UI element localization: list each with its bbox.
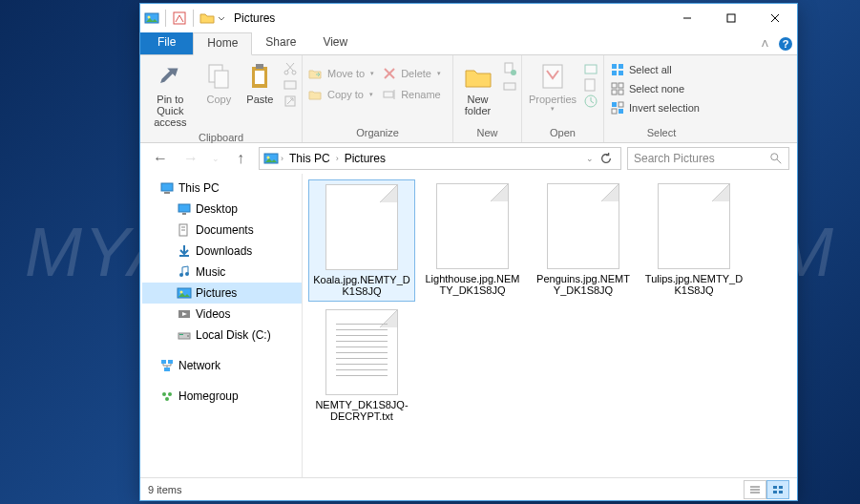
file-item[interactable]: Koala.jpg.NEMTY_DK1S8JQ xyxy=(308,179,415,302)
tree-this-pc[interactable]: This PC xyxy=(142,178,302,199)
file-name: Penguins.jpg.NEMTY_DK1S8JQ xyxy=(534,273,633,296)
search-icon xyxy=(769,152,783,165)
copy-button[interactable]: Copy xyxy=(200,59,238,107)
svg-point-14 xyxy=(284,71,288,74)
copy-to-icon xyxy=(308,87,324,102)
address-box[interactable]: › This PC › Pictures ⌄ xyxy=(259,147,621,170)
copy-path-icon[interactable] xyxy=(283,77,298,93)
select-none-button[interactable]: Select none xyxy=(608,80,702,97)
copy-to-button[interactable]: Copy to▾ xyxy=(306,86,376,103)
invert-icon xyxy=(610,100,625,116)
cut-icon[interactable] xyxy=(283,61,298,76)
copy-icon xyxy=(203,61,234,92)
tree-homegroup[interactable]: Homegroup xyxy=(142,386,302,407)
crumb-this-pc[interactable]: This PC xyxy=(285,152,334,165)
tab-view[interactable]: View xyxy=(309,32,361,54)
qat-properties-icon[interactable] xyxy=(172,10,187,26)
easy-access-icon[interactable] xyxy=(502,77,517,93)
minimize-button[interactable] xyxy=(665,4,709,32)
file-name: NEMTY_DK1S8JQ-DECRYPT.txt xyxy=(312,399,411,422)
up-button[interactable]: ↑ xyxy=(228,147,253,170)
status-bar: 9 items xyxy=(140,477,797,500)
svg-rect-35 xyxy=(612,83,617,88)
search-input[interactable]: Search Pictures xyxy=(627,147,789,170)
tab-share[interactable]: Share xyxy=(252,32,309,54)
tree-network[interactable]: Network xyxy=(142,355,302,376)
back-button[interactable]: ← xyxy=(148,147,173,170)
pin-icon xyxy=(155,61,185,92)
svg-point-1 xyxy=(148,16,151,19)
group-organize-label: Organize xyxy=(306,125,449,140)
tree-music[interactable]: Music xyxy=(142,262,302,283)
svg-rect-49 xyxy=(178,204,190,212)
move-to-button[interactable]: Move to▾ xyxy=(306,65,376,82)
videos-icon xyxy=(177,306,192,322)
file-thumbnail xyxy=(325,309,398,395)
nav-pane[interactable]: This PC Desktop Documents Downloads Musi… xyxy=(140,174,303,477)
svg-rect-26 xyxy=(504,83,515,90)
view-details-button[interactable] xyxy=(744,480,766,499)
tree-pictures[interactable]: Pictures xyxy=(142,283,302,304)
paste-button[interactable]: Paste xyxy=(241,59,279,107)
address-dropdown-icon[interactable]: ⌄ xyxy=(586,154,594,163)
invert-selection-button[interactable]: Invert selection xyxy=(608,99,702,116)
tree-local-disk[interactable]: Local Disk (C:) xyxy=(142,325,302,346)
tree-documents[interactable]: Documents xyxy=(142,220,302,241)
tab-file[interactable]: File xyxy=(140,32,193,54)
svg-rect-75 xyxy=(773,486,777,489)
file-item[interactable]: NEMTY_DK1S8JQ-DECRYPT.txt xyxy=(308,305,415,426)
tree-videos[interactable]: Videos xyxy=(142,304,302,325)
tree-downloads[interactable]: Downloads xyxy=(142,241,302,262)
file-thumbnail xyxy=(658,183,730,269)
help-icon[interactable]: ? xyxy=(774,32,797,54)
music-icon xyxy=(177,264,192,280)
file-item[interactable]: Lighthouse.jpg.NEMTY_DK1S8JQ xyxy=(419,179,526,302)
rename-icon xyxy=(382,87,397,102)
svg-rect-60 xyxy=(179,334,183,335)
svg-rect-33 xyxy=(612,71,617,75)
edit-icon[interactable] xyxy=(583,77,598,93)
paste-shortcut-icon[interactable] xyxy=(283,94,298,109)
open-icon[interactable] xyxy=(583,61,598,76)
qat-dropdown-icon[interactable] xyxy=(217,10,226,26)
forward-button[interactable]: → xyxy=(178,147,203,170)
svg-rect-27 xyxy=(543,65,562,88)
file-item[interactable]: Penguins.jpg.NEMTY_DK1S8JQ xyxy=(530,179,637,302)
qat-folder-icon[interactable] xyxy=(199,10,215,26)
new-folder-icon xyxy=(463,61,493,92)
svg-rect-63 xyxy=(168,360,173,364)
svg-text:?: ? xyxy=(783,38,789,50)
select-all-icon xyxy=(610,62,625,77)
recent-dropdown[interactable]: ⌄ xyxy=(209,147,222,170)
select-all-button[interactable]: Select all xyxy=(608,61,702,78)
pictures-crumb-icon xyxy=(263,151,279,166)
file-name: Koala.jpg.NEMTY_DK1S8JQ xyxy=(313,274,410,297)
svg-rect-77 xyxy=(773,491,777,494)
tree-desktop[interactable]: Desktop xyxy=(142,199,302,220)
tab-home[interactable]: Home xyxy=(193,32,252,55)
history-icon[interactable] xyxy=(583,94,598,109)
new-folder-button[interactable]: New folder xyxy=(457,59,498,118)
svg-line-46 xyxy=(777,159,781,163)
ribbon-collapse-icon[interactable]: ᐱ xyxy=(755,32,774,54)
svg-point-70 xyxy=(168,392,172,396)
file-item[interactable]: Tulips.jpg.NEMTY_DK1S8JQ xyxy=(640,179,747,302)
pin-quick-access-button[interactable]: Pin to Quick access xyxy=(144,59,197,130)
documents-icon xyxy=(177,222,192,238)
file-list[interactable]: Koala.jpg.NEMTY_DK1S8JQLighthouse.jpg.NE… xyxy=(303,174,797,477)
new-item-icon[interactable] xyxy=(502,61,517,76)
desktop-icon xyxy=(177,201,192,217)
svg-rect-38 xyxy=(619,90,623,94)
view-icons-button[interactable] xyxy=(766,480,789,499)
refresh-button[interactable] xyxy=(596,152,617,165)
delete-button[interactable]: Delete▾ xyxy=(380,65,443,82)
address-bar: ← → ⌄ ↑ › This PC › Pictures ⌄ Search Pi… xyxy=(140,143,797,174)
properties-button[interactable]: Properties▾ xyxy=(526,59,579,115)
svg-point-55 xyxy=(185,272,189,276)
maximize-button[interactable] xyxy=(709,4,753,32)
crumb-pictures[interactable]: Pictures xyxy=(341,152,389,165)
svg-rect-76 xyxy=(779,486,783,489)
rename-button[interactable]: Rename xyxy=(380,86,443,103)
close-button[interactable] xyxy=(753,4,797,32)
svg-rect-29 xyxy=(585,79,595,91)
